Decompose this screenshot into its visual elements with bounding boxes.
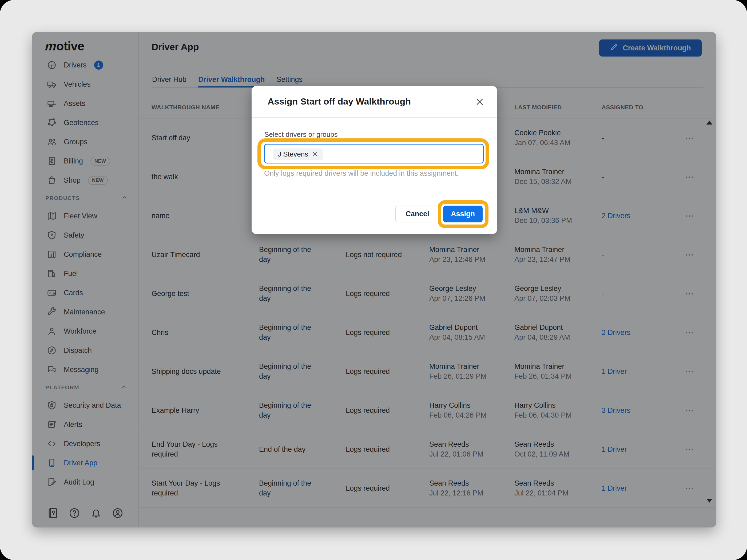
modal-divider-bottom <box>252 193 497 193</box>
assign-walkthrough-modal: Assign Start off day Walkthrough Select … <box>252 86 497 234</box>
modal-title: Assign Start off day Walkthrough <box>267 94 411 109</box>
selected-driver-chip: J Stevens <box>273 149 323 160</box>
app-window: motive Drivers1VehiclesAssetsGeofencesGr… <box>32 32 716 528</box>
chip-remove-icon[interactable] <box>312 151 318 157</box>
drivers-groups-input[interactable]: J Stevens <box>264 144 484 163</box>
chip-label: J Stevens <box>278 150 308 158</box>
assign-button[interactable]: Assign <box>443 206 483 222</box>
close-icon[interactable] <box>474 96 485 107</box>
modal-helper-text: Only logs required drivers will be inclu… <box>264 169 459 178</box>
select-drivers-label: Select drivers or groups <box>264 130 338 139</box>
cancel-button[interactable]: Cancel <box>395 206 439 222</box>
